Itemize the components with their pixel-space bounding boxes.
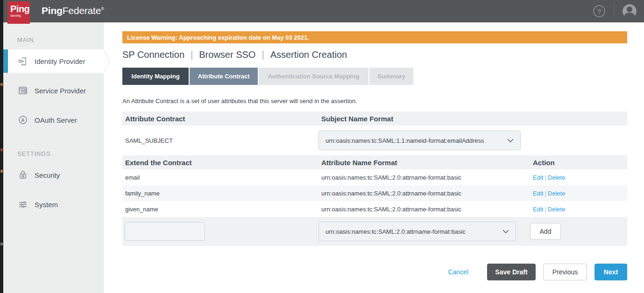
chevron-down-icon <box>507 139 514 143</box>
breadcrumb-sp-connection: SP Connection <box>122 49 184 60</box>
table-row-email: email urn:oasis:names:tc:SAML:2.0:attrna… <box>122 169 627 185</box>
edit-link[interactable]: Edit <box>533 190 543 197</box>
edge-speck <box>0 170 3 173</box>
cancel-link[interactable]: Cancel <box>448 268 468 276</box>
table-row-family-name: family_name urn:oasis:names:tc:SAML:2.0:… <box>122 185 627 201</box>
previous-button[interactable]: Previous <box>543 264 587 280</box>
delete-link[interactable]: Delete <box>548 190 566 197</box>
breadcrumb-separator: | <box>262 49 264 60</box>
col-attribute-name-format: Attribute Name Format <box>318 159 530 167</box>
col-attribute-contract: Attribute Contract <box>122 115 318 123</box>
edge-speck <box>0 243 3 245</box>
breadcrumb-assertion-creation: Assertion Creation <box>270 49 347 60</box>
delete-link[interactable]: Delete <box>548 206 566 213</box>
background-window-edge <box>0 0 3 293</box>
selected-arrow <box>104 49 109 73</box>
wizard-tabs: Identity Mapping Attribute Contract Auth… <box>122 68 627 85</box>
sidebar-item-label: Identity Provider <box>35 57 85 65</box>
subject-name-format-select[interactable]: urn:oasis:names:tc:SAML:1.1:nameid-forma… <box>318 131 521 150</box>
attribute-name-format-value: urn:oasis:names:tc:SAML:2.0:attrname-for… <box>326 228 466 235</box>
edit-link[interactable]: Edit <box>533 206 543 213</box>
table-row-given-name: given_name urn:oasis:names:tc:SAML:2.0:a… <box>122 201 627 217</box>
breadcrumb-browser-sso: Browser SSO <box>199 49 255 60</box>
col-action: Action <box>530 159 627 167</box>
tab-authentication-source-mapping: Authentication Source Mapping <box>259 68 368 85</box>
edge-speck <box>0 148 3 151</box>
oauth-server-icon <box>17 114 28 126</box>
saml-subject-value: SAML_SUBJECT <box>122 137 318 144</box>
contract-table-row: SAML_SUBJECT urn:oasis:names:tc:SAML:1.1… <box>122 126 627 155</box>
page-description: An Attribute Contract is a set of user a… <box>122 98 627 105</box>
main-content: License Warning: Approaching expiration … <box>104 22 644 293</box>
avatar-body <box>624 13 635 18</box>
breadcrumb-separator: | <box>191 49 193 60</box>
attribute-name-format-select[interactable]: urn:oasis:names:tc:SAML:2.0:attrname-for… <box>318 222 516 241</box>
product-title-bold: Ping <box>42 5 63 16</box>
security-lock-icon <box>17 169 28 181</box>
attribute-format: urn:oasis:names:tc:SAML:2.0:attrname-for… <box>318 174 530 181</box>
product-title: PingFederate® <box>42 5 104 16</box>
sidebar-item-system[interactable]: System <box>3 193 104 216</box>
tab-identity-mapping[interactable]: Identity Mapping <box>122 68 189 85</box>
identity-provider-icon <box>17 56 28 67</box>
sidebar-item-oauth-server[interactable]: OAuth Server <box>3 108 104 132</box>
next-button[interactable]: Next <box>594 264 627 280</box>
tab-summary: Summary <box>369 68 413 85</box>
system-sliders-icon <box>17 199 28 210</box>
sidebar-item-label: Security <box>35 171 60 179</box>
registered-mark: ® <box>101 7 104 11</box>
add-button[interactable]: Add <box>530 223 561 240</box>
action-separator: | <box>545 206 546 213</box>
avatar-head <box>627 7 632 12</box>
col-subject-name-format: Subject Name Format <box>318 115 627 123</box>
help-icon[interactable]: ? <box>593 5 605 17</box>
subject-name-format-value: urn:oasis:names:tc:SAML:1.1:nameid-forma… <box>326 137 484 144</box>
action-separator: | <box>545 190 546 197</box>
attribute-name: given_name <box>122 206 318 213</box>
help-glyph: ? <box>597 7 601 15</box>
license-warning-banner: License Warning: Approaching expiration … <box>122 31 627 43</box>
contract-table-header: Attribute Contract Subject Name Format <box>122 112 627 126</box>
attribute-name: family_name <box>122 190 318 197</box>
attribute-format: urn:oasis:names:tc:SAML:2.0:attrname-for… <box>318 206 530 213</box>
sidebar-item-label: OAuth Server <box>35 116 77 124</box>
header-divider <box>614 5 614 17</box>
sidebar-item-label: System <box>35 201 58 209</box>
sidebar-item-identity-provider[interactable]: Identity Provider <box>3 49 104 73</box>
attribute-format: urn:oasis:names:tc:SAML:2.0:attrname-for… <box>318 190 530 197</box>
sidebar: MAIN Identity Provider Service Provider … <box>3 22 104 293</box>
col-extend-the-contract: Extend the Contract <box>122 159 318 167</box>
chevron-down-icon <box>502 230 509 234</box>
app-header: PingFederate® ? <box>3 0 644 22</box>
extend-table-header: Extend the Contract Attribute Name Forma… <box>122 155 627 169</box>
save-draft-button[interactable]: Save Draft <box>487 264 536 280</box>
new-attribute-input[interactable] <box>125 222 205 241</box>
sidebar-section-main: MAIN <box>17 36 104 43</box>
delete-link[interactable]: Delete <box>548 174 566 181</box>
sidebar-section-settings: SETTINGS <box>17 150 104 157</box>
ping-identity-logo[interactable]: Ping Identity. <box>7 1 30 24</box>
tab-attribute-contract[interactable]: Attribute Contract <box>190 68 258 85</box>
sidebar-item-security[interactable]: Security <box>3 163 104 187</box>
sidebar-item-service-provider[interactable]: Service Provider <box>3 79 104 102</box>
logo-brand-text: Ping <box>10 4 30 14</box>
footer-actions: Cancel Save Draft Previous Next <box>122 264 627 280</box>
product-title-light: Federate <box>63 5 101 16</box>
breadcrumb: SP Connection | Browser SSO | Assertion … <box>122 49 627 60</box>
edit-link[interactable]: Edit <box>533 174 543 181</box>
edge-speck <box>0 83 3 86</box>
service-provider-icon <box>17 85 28 96</box>
attribute-name: email <box>122 174 318 181</box>
action-separator: | <box>545 174 546 181</box>
sidebar-item-label: Service Provider <box>35 87 86 95</box>
logo-sub-text: Identity. <box>10 14 30 18</box>
user-avatar-icon[interactable] <box>623 4 637 18</box>
add-attribute-row: urn:oasis:names:tc:SAML:2.0:attrname-for… <box>122 217 627 246</box>
